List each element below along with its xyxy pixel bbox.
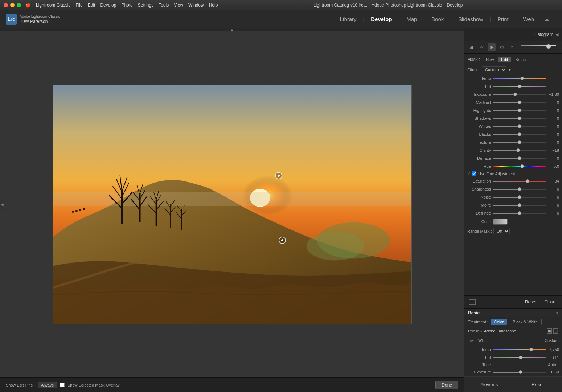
tab-develop[interactable]: Develop xyxy=(366,15,396,24)
show-mask-checkbox[interactable] xyxy=(60,383,65,387)
grid-tool-icon[interactable]: ⊞ xyxy=(467,43,475,51)
basic-slider-exposure-track[interactable] xyxy=(493,372,546,373)
slider-saturation-track[interactable] xyxy=(493,181,546,182)
basic-slider-tint-thumb[interactable] xyxy=(519,356,522,359)
left-panel-toggle[interactable]: ◀ xyxy=(0,199,4,210)
main-image[interactable] xyxy=(53,85,412,324)
slider-contrast-thumb[interactable] xyxy=(518,101,521,104)
histogram-arrow[interactable]: ◀ xyxy=(555,32,558,37)
slider-moire-thumb[interactable] xyxy=(518,203,521,207)
range-mask-dropdown[interactable]: Off xyxy=(493,228,510,234)
menu-photo[interactable]: Photo xyxy=(121,3,132,8)
slider-whites-track[interactable] xyxy=(493,126,546,127)
slider-dehaze-thumb[interactable] xyxy=(518,156,521,160)
slider-dehaze-track[interactable] xyxy=(493,158,546,159)
slider-tint-thumb[interactable] xyxy=(518,85,521,88)
menu-tools[interactable]: Tools xyxy=(159,3,169,8)
slider-contrast-track[interactable] xyxy=(493,102,546,103)
tab-print[interactable]: Print xyxy=(493,15,513,24)
pin-marker-2[interactable] xyxy=(279,237,286,244)
tab-book[interactable]: Book xyxy=(427,15,448,24)
slider-moire-track[interactable] xyxy=(493,205,546,206)
slider-defringe-thumb[interactable] xyxy=(518,211,521,215)
reset-button[interactable]: Reset xyxy=(523,299,538,305)
window-controls[interactable] xyxy=(4,3,21,7)
basic-slider-tint-track[interactable] xyxy=(493,357,546,358)
radial-tool-icon[interactable]: ◉ xyxy=(488,43,496,51)
slider-sharpness-track[interactable] xyxy=(493,189,546,190)
slider-temp-thumb[interactable] xyxy=(520,77,524,80)
slider-exposure-thumb[interactable] xyxy=(513,93,517,96)
slider-clarity-label: Clarity xyxy=(467,148,491,152)
slider-texture-thumb[interactable] xyxy=(518,140,521,144)
minimize-window-dot[interactable] xyxy=(10,3,15,7)
basic-slider-temp-thumb[interactable] xyxy=(529,348,533,351)
cloud-icon[interactable]: ☁ xyxy=(544,16,549,22)
treatment-color-button[interactable]: Color xyxy=(491,319,507,325)
slider-blacks-track[interactable] xyxy=(493,134,546,135)
slider-defringe-track[interactable] xyxy=(493,213,546,214)
circle2-tool-icon[interactable]: ○ xyxy=(508,43,516,51)
slider-whites-thumb[interactable] xyxy=(518,124,521,128)
slider-blacks-thumb[interactable] xyxy=(518,132,521,136)
mac-menu-bar: 🍎 Lightroom Classic File Edit Develop Ph… xyxy=(25,3,218,8)
menu-edit[interactable]: Edit xyxy=(88,3,95,8)
tab-slideshow[interactable]: Slideshow xyxy=(454,15,487,24)
slider-texture-track[interactable] xyxy=(493,142,546,143)
pin-marker-1[interactable] xyxy=(275,172,282,179)
always-button[interactable]: Always xyxy=(38,382,57,388)
treatment-bw-button[interactable]: Black & White xyxy=(509,319,541,325)
menu-file[interactable]: File xyxy=(75,3,82,8)
slider-hue-track[interactable] xyxy=(493,166,546,167)
menu-window[interactable]: Window xyxy=(188,3,204,8)
slider-noise-track[interactable] xyxy=(493,197,546,198)
wb-eyedropper[interactable]: ✏ xyxy=(468,337,475,344)
rect-tool-icon[interactable]: ▭ xyxy=(498,43,506,51)
slider-temp-track[interactable] xyxy=(493,78,546,79)
close-button[interactable]: Close xyxy=(542,299,558,305)
mask-edit-button[interactable]: Edit xyxy=(498,57,511,62)
menu-settings[interactable]: Settings xyxy=(138,3,153,8)
basic-section-header[interactable]: Basic ▾ xyxy=(464,309,562,317)
slider-hue-thumb[interactable] xyxy=(520,164,524,168)
nav-reset-button[interactable]: Reset xyxy=(513,376,562,392)
nav-tabs: Library | Develop | Map | Book | Slidesh… xyxy=(67,15,556,24)
circle-tool-icon[interactable]: ○ xyxy=(477,43,485,51)
previous-button[interactable]: Previous xyxy=(464,376,513,392)
menu-develop[interactable]: Develop xyxy=(100,3,116,8)
mask-brush-button[interactable]: Brush xyxy=(512,57,529,62)
profile-dropdown[interactable]: Adobe Landscape xyxy=(484,329,516,333)
tab-web[interactable]: Web xyxy=(518,15,538,24)
maximize-window-dot[interactable] xyxy=(17,3,21,7)
basic-slider-exposure-thumb[interactable] xyxy=(519,370,522,374)
slider-exposure-track[interactable] xyxy=(493,94,546,95)
slider-clarity-thumb[interactable] xyxy=(516,148,520,152)
slider-clarity-track[interactable] xyxy=(493,150,546,151)
slider-saturation-thumb[interactable] xyxy=(526,179,529,183)
menu-apple[interactable]: 🍎 xyxy=(25,3,31,8)
slider-highlights-track[interactable] xyxy=(493,110,546,111)
slider-highlights-thumb[interactable] xyxy=(518,109,521,112)
menu-view[interactable]: View xyxy=(174,3,183,8)
effect-dropdown[interactable]: Custom xyxy=(482,66,506,73)
slider-tint-track[interactable] xyxy=(493,86,546,87)
menu-lightroom[interactable]: Lightroom Classic xyxy=(36,3,70,8)
basic-slider-temp-track[interactable] xyxy=(493,349,546,350)
menu-help[interactable]: Help xyxy=(209,3,218,8)
close-window-dot[interactable] xyxy=(4,3,8,7)
slider-highlights-label: Highlights xyxy=(467,108,491,113)
profile-grid-icon-2[interactable]: ⊟ xyxy=(553,328,558,334)
profile-grid-icon-1[interactable]: ⊞ xyxy=(547,328,552,334)
slider-shadows-thumb[interactable] xyxy=(518,117,521,120)
tab-library[interactable]: Library xyxy=(336,15,361,24)
color-swatch[interactable] xyxy=(493,219,508,225)
slider-sharpness-thumb[interactable] xyxy=(518,187,521,191)
tab-map[interactable]: Map xyxy=(402,15,421,24)
slider-shadows-track[interactable] xyxy=(493,118,546,119)
slider-noise-thumb[interactable] xyxy=(518,195,521,199)
fine-adjustment-checkbox[interactable] xyxy=(472,171,476,176)
wb-dropdown[interactable]: Custom xyxy=(545,338,558,343)
mask-new-button[interactable]: New xyxy=(483,57,497,62)
tool-slider-thumb[interactable] xyxy=(546,44,551,49)
done-button[interactable]: Done xyxy=(435,381,458,389)
